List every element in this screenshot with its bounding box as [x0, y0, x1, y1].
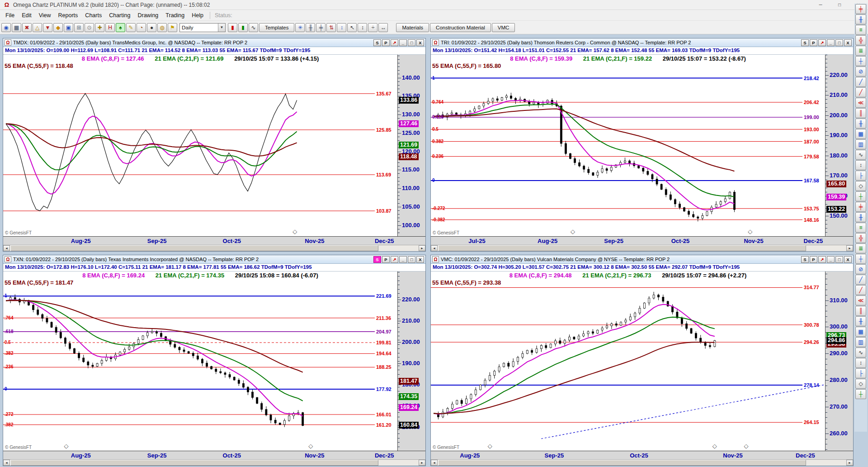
sidebar-tool-icon-31[interactable]: ╫	[855, 316, 866, 326]
panel-scrollbar[interactable]: ◄ ►	[3, 245, 425, 251]
window-titlebar[interactable]: Ω Omega Chartz PLATINUM v8.2 (build 1820…	[0, 0, 868, 10]
toolbar-c-icon-1[interactable]: ✳	[295, 23, 305, 32]
toolbar-b-icon-1[interactable]: ▮	[228, 23, 237, 32]
window-minimize-button[interactable]: ─	[811, 0, 830, 10]
scroll-right-icon[interactable]: ►	[419, 245, 425, 251]
sidebar-tool-icon-26[interactable]: ⊘	[855, 264, 866, 274]
toolbar-b-icon-3[interactable]: ∿	[249, 23, 258, 32]
print-button[interactable]: P	[810, 256, 817, 263]
sidebar-tool-icon-17[interactable]: ├	[855, 171, 866, 181]
sidebar-tool-icon-23[interactable]: ╬	[855, 233, 866, 243]
sidebar-tool-icon-34[interactable]: ∿	[855, 348, 866, 357]
toolbar-a-icon-15[interactable]: ●	[147, 23, 156, 32]
chart-plot-area[interactable]: 221.69211.36204.97199.81194.64188.25177.…	[3, 272, 397, 451]
sidebar-tool-icon-12[interactable]: ╫	[855, 119, 866, 129]
chart-plot-area[interactable]: 218.42206.42199.00193.00187.00179.58167.…	[431, 55, 825, 236]
group-button-construction-material[interactable]: Construction Material	[430, 23, 491, 32]
toolbar-a-icon-10[interactable]: ✚	[95, 23, 104, 32]
window-maximize-button[interactable]: □	[830, 0, 849, 10]
scale-button[interactable]: S	[373, 256, 381, 263]
sidebar-tool-icon-14[interactable]: ▥	[855, 139, 866, 149]
scrollbar-track[interactable]	[438, 245, 846, 251]
sidebar-tool-icon-9[interactable]: ╱	[855, 87, 866, 97]
group-button-vmc[interactable]: VMC	[492, 23, 515, 32]
toolbar-a-icon-1[interactable]: ◉	[1, 23, 11, 32]
panel-minimize-button[interactable]: _	[827, 256, 835, 263]
sidebar-tool-icon-13[interactable]: ▦	[855, 129, 866, 139]
chart-plot-area[interactable]: 135.67125.85113.69103.87◇ 8 EMA (C,8,F) …	[3, 55, 397, 236]
sidebar-tool-icon-28[interactable]: ╱	[855, 285, 866, 295]
panel-titlebar[interactable]: Ω TMDX: 01/09/2022 - 29/10/2025 (Daily b…	[3, 38, 425, 47]
chevron-down-icon[interactable]: ▼	[218, 24, 225, 32]
panel-close-button[interactable]: X	[844, 39, 852, 46]
popout-icon[interactable]: ↗	[818, 39, 826, 46]
price-axis[interactable]: 220.00210.00200.00190.00180.00170.00160.…	[825, 55, 853, 236]
panel-maximize-button[interactable]: □	[835, 256, 843, 263]
price-axis[interactable]: 220.00210.00200.00190.00180.00170.00160.…	[397, 272, 425, 451]
sidebar-tool-icon-22[interactable]: ≡	[855, 223, 866, 233]
sidebar-tool-icon-21[interactable]: ╫	[855, 212, 866, 222]
templates-button[interactable]: Templates	[259, 23, 294, 32]
scrollbar-thumb[interactable]	[10, 245, 378, 251]
panel-scrollbar[interactable]: ◄ ►	[431, 245, 853, 251]
toolbar-c-icon-5[interactable]: ↕	[337, 23, 346, 32]
panel-titlebar[interactable]: Ω VMC: 01/09/2022 - 29/10/2025 (Daily ba…	[431, 255, 853, 264]
scroll-left-icon[interactable]: ◄	[3, 460, 10, 466]
panel-scrollbar[interactable]: ◄ ►	[431, 459, 853, 466]
price-axis[interactable]: 310.00300.00290.00280.00270.00260.00296.…	[825, 272, 853, 451]
toolbar-a-icon-2[interactable]: ▦	[12, 23, 21, 32]
sidebar-tool-icon-8[interactable]: ╱	[855, 77, 866, 87]
sidebar-tool-icon-2[interactable]: ╫	[855, 14, 866, 24]
popout-icon[interactable]: ↗	[391, 256, 398, 263]
print-button[interactable]: P	[382, 256, 390, 263]
toolbar-c-icon-3[interactable]: ╪	[316, 23, 326, 32]
scroll-left-icon[interactable]: ◄	[3, 245, 10, 251]
sidebar-tool-icon-20[interactable]: ╪	[855, 202, 866, 212]
sidebar-tool-icon-36[interactable]: ├	[855, 368, 866, 378]
scroll-right-icon[interactable]: ►	[419, 460, 425, 466]
scroll-right-icon[interactable]: ►	[846, 245, 853, 251]
toolbar-a-icon-6[interactable]: ◆	[53, 23, 63, 32]
interval-select[interactable]: Daily▼	[179, 23, 226, 32]
menu-help[interactable]: Help	[188, 11, 207, 20]
toolbar-b-icon-2[interactable]: ▮	[238, 23, 248, 32]
sidebar-tool-icon-32[interactable]: ▦	[855, 327, 866, 337]
sidebar-tool-icon-10[interactable]: ≪	[855, 98, 866, 108]
toolbar-a-icon-8[interactable]: ⊞	[74, 23, 84, 32]
toolbar-a-icon-14[interactable]: ◔	[137, 23, 146, 32]
toolbar-a-icon-11[interactable]: H	[105, 23, 115, 32]
sidebar-tool-icon-16[interactable]: ↕	[855, 160, 866, 170]
sidebar-tool-icon-19[interactable]: ┼	[855, 191, 866, 201]
toolbar-a-icon-9[interactable]: ⊙	[85, 23, 94, 32]
toolbar-a-icon-5[interactable]: ▼	[43, 23, 52, 32]
print-button[interactable]: P	[382, 39, 390, 46]
scale-button[interactable]: S	[801, 39, 809, 46]
scrollbar-track[interactable]	[10, 245, 419, 251]
sidebar-tool-icon-38[interactable]: ┼	[855, 389, 866, 399]
sidebar-tool-icon-35[interactable]: ↕	[855, 358, 866, 368]
toolbar-a-icon-7[interactable]: ▣	[64, 23, 73, 32]
sidebar-tool-icon-33[interactable]: ▥	[855, 337, 866, 347]
toolbar-d-icon-2[interactable]: ↕	[358, 23, 367, 32]
panel-scrollbar[interactable]: ◄ ►	[3, 459, 425, 466]
sidebar-tool-icon-6[interactable]: ┼	[855, 56, 866, 66]
scroll-left-icon[interactable]: ◄	[431, 245, 438, 251]
panel-minimize-button[interactable]: _	[399, 39, 407, 46]
menu-trading[interactable]: Trading	[162, 11, 188, 20]
sidebar-tool-icon-3[interactable]: ≡	[855, 25, 866, 35]
sidebar-tool-icon-25[interactable]: ┼	[855, 254, 866, 264]
panel-minimize-button[interactable]: _	[827, 39, 835, 46]
toolbar-a-icon-12[interactable]: ♠	[116, 23, 125, 32]
toolbar-a-icon-16[interactable]: ◍	[157, 23, 167, 32]
scrollbar-thumb[interactable]	[438, 460, 806, 466]
panel-close-button[interactable]: X	[416, 39, 424, 46]
menu-charts[interactable]: Charts	[81, 11, 105, 20]
scale-button[interactable]: S	[373, 39, 381, 46]
scroll-left-icon[interactable]: ◄	[431, 460, 438, 466]
toolbar-d-icon-4[interactable]: ↔	[378, 23, 388, 32]
toolbar-a-icon-3[interactable]: ✖	[22, 23, 32, 32]
sidebar-tool-icon-1[interactable]: ╪	[855, 4, 866, 14]
menu-edit[interactable]: Edit	[18, 11, 35, 20]
sidebar-tool-icon-4[interactable]: ╬	[855, 35, 866, 45]
panel-minimize-button[interactable]: _	[399, 256, 407, 263]
